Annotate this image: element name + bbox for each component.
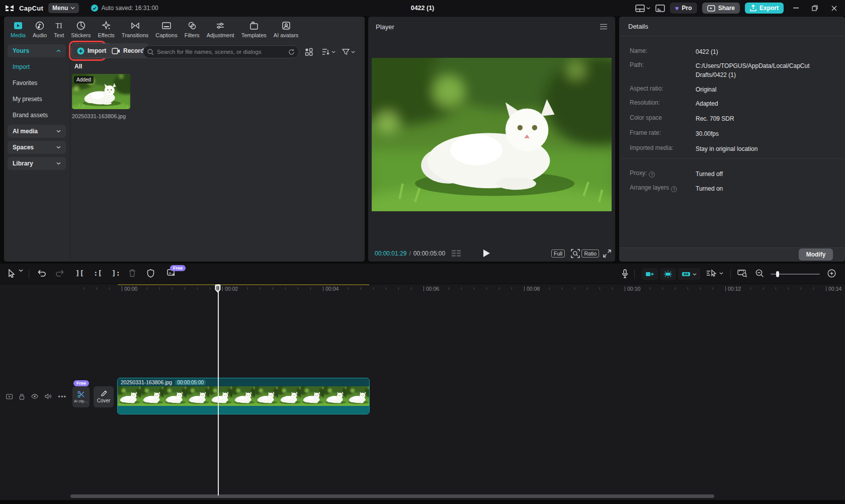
tab-captions[interactable]: Captions (152, 21, 181, 38)
split-icon[interactable]: ][ (75, 269, 84, 277)
zoom-out-icon[interactable] (755, 269, 764, 278)
timeline-clip[interactable]: 20250331-163806.jpg 00:00:05:00 (118, 378, 369, 414)
playhead-handle[interactable] (214, 284, 221, 293)
auto-snap-toggle[interactable] (660, 268, 676, 280)
clip-frame-thumbnail (163, 386, 187, 406)
sort-icon[interactable] (322, 48, 335, 55)
select-cursor-icon[interactable] (8, 269, 16, 278)
tab-audio[interactable]: Audio (29, 21, 50, 38)
sidebar-item-import[interactable]: Import (13, 63, 30, 70)
eye-icon[interactable] (31, 393, 38, 399)
tab-text[interactable]: TI Text (50, 21, 67, 38)
chevron-down-icon (56, 130, 61, 133)
export-icon (750, 5, 756, 12)
pro-gem-icon: ♥ (675, 5, 679, 12)
sidebar-group-yours[interactable]: Yours (8, 44, 66, 57)
delete-left-icon[interactable]: :[ (94, 269, 102, 277)
zoom-in-icon[interactable] (827, 269, 836, 278)
preview-axis-icon[interactable] (737, 269, 747, 277)
tab-ai-avatars[interactable]: AI avatars (270, 21, 302, 38)
free-badge: Free (73, 380, 89, 386)
tab-adjustment[interactable]: Adjustment (203, 21, 238, 38)
sidebar-group-library[interactable]: Library (8, 157, 66, 170)
clip-frame-thumbnail (278, 386, 301, 406)
modify-button[interactable]: Modify (799, 248, 833, 261)
grid-view-icon[interactable] (305, 48, 313, 56)
chevron-down-icon (56, 146, 61, 149)
menu-button[interactable]: Menu (48, 3, 79, 13)
transitions-icon (130, 21, 140, 31)
media-all-label[interactable]: All (74, 63, 82, 70)
info-icon[interactable]: ? (649, 172, 655, 178)
full-button[interactable]: Full (551, 249, 565, 258)
ruler-label: 00:02 (225, 286, 238, 292)
check-icon (91, 5, 98, 12)
templates-icon (249, 21, 259, 31)
main-track-icon[interactable] (6, 393, 13, 400)
pro-button[interactable]: ♥ Pro (670, 3, 697, 14)
share-button[interactable]: Share (702, 3, 740, 14)
lock-icon[interactable] (19, 393, 25, 400)
tab-filters[interactable]: Filters (181, 21, 203, 38)
tab-stickers[interactable]: Stickers (67, 21, 94, 38)
player-video[interactable] (372, 58, 612, 211)
search-history-icon[interactable] (288, 49, 295, 55)
search-box[interactable] (143, 45, 299, 58)
sidebar-item-brand-assets[interactable]: Brand assets (13, 112, 48, 119)
camera-icon (112, 48, 120, 54)
minimize-button[interactable] (789, 1, 803, 15)
sidebar-group-spaces[interactable]: Spaces (8, 141, 66, 154)
autosave-status: Auto saved: 16:31:00 (91, 5, 158, 12)
ratio-button[interactable]: Ratio (581, 249, 599, 258)
tab-media[interactable]: Media (7, 21, 29, 38)
preview-zoom-icon[interactable] (571, 249, 580, 258)
search-input[interactable] (157, 49, 285, 55)
mask-icon[interactable] (147, 269, 154, 278)
link-clips-toggle[interactable] (678, 268, 700, 280)
tab-transitions[interactable]: Transitions (118, 21, 152, 38)
close-button[interactable] (827, 1, 841, 15)
redo-icon[interactable] (55, 269, 64, 277)
tab-templates[interactable]: Templates (238, 21, 270, 38)
delete-icon[interactable] (129, 269, 136, 277)
sidebar-item-favorites[interactable]: Favorites (13, 79, 37, 87)
clip-frame-thumbnail (347, 386, 369, 406)
voiceover-mic-icon[interactable] (622, 269, 628, 278)
maximize-button[interactable] (808, 1, 822, 15)
info-icon[interactable]: ? (671, 186, 677, 192)
export-button[interactable]: Export (745, 3, 784, 14)
player-menu-icon[interactable] (600, 24, 608, 30)
chevron-down-icon[interactable] (19, 269, 23, 272)
media-panel: Media Audio TI Text Stickers Effects Tra… (4, 17, 365, 262)
filter-icon[interactable] (342, 48, 355, 55)
undo-icon[interactable] (37, 269, 46, 277)
main-track-magnet-toggle[interactable] (642, 268, 658, 280)
ruler-label: 00:10 (627, 286, 640, 292)
chevron-down-icon (56, 162, 61, 165)
media-item-thumbnail[interactable]: Added (72, 74, 130, 109)
capcut-logo-icon (5, 4, 14, 12)
captions-icon (161, 21, 172, 31)
player-title: Player (376, 23, 394, 31)
fullscreen-icon[interactable] (603, 249, 611, 258)
layout-switch-icon[interactable] (635, 5, 650, 12)
frame-view-icon[interactable] (451, 250, 461, 257)
play-button[interactable] (483, 249, 490, 258)
tab-effects[interactable]: Effects (94, 21, 118, 38)
playhead-line[interactable] (218, 284, 219, 495)
timeline-ruler[interactable]: 00:0000:0200:0400:0600:0800:1000:1200:14 (0, 284, 845, 296)
ai-clip-button[interactable]: AI clip… (72, 386, 90, 407)
speaker-icon[interactable] (45, 393, 51, 400)
import-button[interactable]: Import (71, 43, 112, 58)
panel-layout-icon[interactable] (655, 5, 665, 12)
sidebar-item-my-presets[interactable]: My presets (13, 96, 42, 103)
track-more-icon[interactable]: ••• (58, 393, 66, 400)
timeline-zoom-slider-handle[interactable] (776, 271, 779, 277)
preview-cursor-icon[interactable] (706, 269, 723, 277)
delete-right-icon[interactable]: ]: (112, 269, 120, 277)
horizontal-scrollbar[interactable] (70, 494, 714, 498)
sidebar-group-ai-media[interactable]: AI media (8, 125, 66, 138)
clip-frame-thumbnail (141, 386, 164, 406)
cover-button[interactable]: Cover (94, 386, 114, 407)
clip-frame-thumbnail (324, 386, 347, 406)
